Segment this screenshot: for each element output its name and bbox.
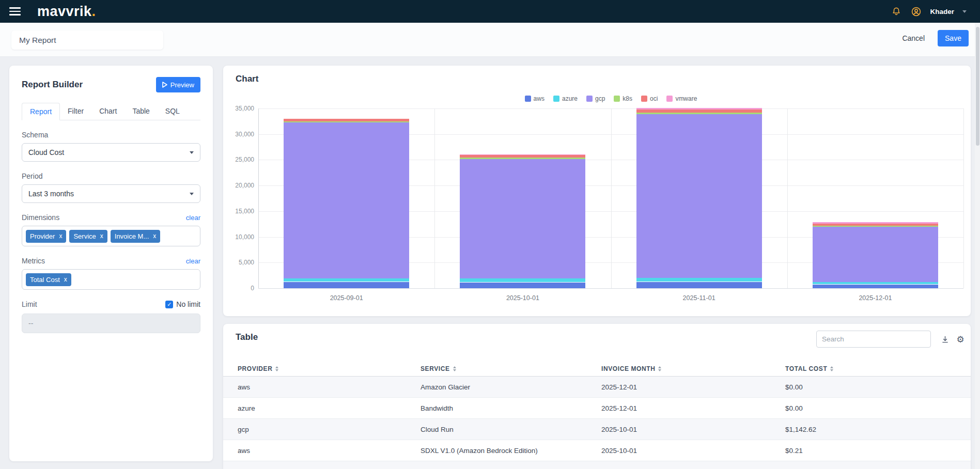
legend-item-gcp[interactable]: gcp	[586, 95, 605, 102]
metric-chip[interactable]: Total Costx	[26, 273, 71, 286]
column-header-provider[interactable]: PROVIDER	[238, 365, 421, 372]
table-row[interactable]: awsSDXL V1.0 (Amazon Bedrock Edition)202…	[223, 440, 971, 461]
cell-provider: aws	[238, 383, 421, 391]
bar-segment-gcp[interactable]	[460, 159, 585, 278]
bar-segment-aws[interactable]	[460, 283, 585, 288]
legend-swatch-vmware	[666, 96, 673, 102]
sort-icon[interactable]	[658, 366, 661, 371]
page-scrollbar[interactable]	[975, 23, 980, 469]
legend-item-aws[interactable]: aws	[525, 95, 545, 102]
legend-label: vmware	[675, 95, 697, 102]
tab-sql[interactable]: SQL	[158, 103, 188, 120]
hamburger-menu-icon[interactable]	[9, 7, 21, 15]
cell-provider: azure	[238, 404, 421, 412]
table-header-row: PROVIDERSERVICEINVOICE MONTHTOTAL COST	[223, 362, 971, 377]
dimension-chip-remove-icon[interactable]: x	[59, 232, 62, 240]
user-avatar-icon[interactable]	[910, 6, 922, 17]
dimension-chip-label: Provider	[30, 232, 55, 240]
gridline	[258, 288, 963, 289]
bar-segment-gcp[interactable]	[813, 227, 938, 282]
cell-invoice-month: 2025-12-01	[601, 383, 785, 391]
table-row[interactable]: gcpCloud Run2025-10-01$1,142.62	[223, 419, 971, 440]
sort-icon[interactable]	[830, 366, 833, 371]
bar-segment-azure[interactable]	[460, 278, 585, 282]
chevron-down-icon	[190, 151, 194, 154]
dimension-chip-remove-icon[interactable]: x	[100, 232, 103, 240]
tab-report[interactable]: Report	[22, 103, 60, 120]
column-header-service[interactable]: SERVICE	[421, 365, 601, 372]
sort-icon[interactable]	[453, 366, 456, 371]
y-axis-tick: 20,000	[225, 182, 254, 189]
preview-button[interactable]: Preview	[156, 77, 200, 92]
y-axis-tick: 25,000	[225, 156, 254, 163]
user-menu-caret-icon[interactable]	[962, 10, 967, 13]
cell-service: Amazon Glacier	[421, 383, 601, 391]
dimensions-clear-link[interactable]: clear	[186, 214, 200, 222]
stacked-bar-2025-12-01[interactable]	[813, 222, 938, 288]
app-logo: mavvrik.	[37, 4, 96, 20]
report-builder-title: Report Builder	[22, 80, 83, 90]
legend-item-vmware[interactable]: vmware	[666, 95, 697, 102]
scrollbar-thumb[interactable]	[976, 27, 979, 146]
bar-segment-azure[interactable]	[284, 278, 409, 282]
notifications-bell-icon[interactable]	[891, 6, 902, 17]
stacked-bar-2025-09-01[interactable]	[284, 118, 409, 288]
metric-chip-remove-icon[interactable]: x	[64, 276, 67, 283]
cell-total-cost: $0.00	[785, 404, 952, 412]
tab-table[interactable]: Table	[125, 103, 157, 120]
column-header-invoice-month[interactable]: INVOICE MONTH	[601, 365, 785, 372]
download-icon[interactable]	[939, 334, 951, 345]
legend-item-oci[interactable]: oci	[641, 95, 658, 102]
table-row-partial[interactable]	[223, 461, 971, 469]
bar-segment-gcp[interactable]	[284, 122, 409, 278]
chart-card: Chart awsazuregcpk8socivmware 35,00030,0…	[223, 66, 971, 316]
column-header-label: INVOICE MONTH	[601, 365, 655, 372]
sort-icon[interactable]	[275, 366, 278, 371]
report-name-input[interactable]: My Report	[11, 30, 163, 50]
report-builder-panel: Report Builder Preview ReportFilterChart…	[9, 66, 213, 461]
metrics-multiselect[interactable]: Total Costx	[22, 269, 200, 290]
metrics-clear-link[interactable]: clear	[186, 257, 200, 265]
x-axis-label: 2025-09-01	[316, 294, 378, 302]
x-axis-label: 2025-11-01	[668, 294, 730, 302]
schema-label: Schema	[22, 131, 48, 139]
y-axis-tick: 0	[225, 285, 254, 292]
tab-filter[interactable]: Filter	[60, 103, 91, 120]
dimension-chip[interactable]: Servicex	[69, 230, 107, 243]
bar-segment-azure[interactable]	[636, 278, 762, 282]
cell-total-cost: $0.00	[785, 383, 952, 391]
column-header-label: PROVIDER	[238, 365, 272, 372]
column-header-total-cost[interactable]: TOTAL COST	[785, 365, 952, 372]
bar-segment-gcp[interactable]	[636, 114, 762, 278]
table-row[interactable]: awsAmazon Glacier2025-12-01$0.00	[223, 377, 971, 398]
tab-chart[interactable]: Chart	[91, 103, 125, 120]
stacked-bar-2025-10-01[interactable]	[460, 154, 585, 288]
legend-item-k8s[interactable]: k8s	[614, 95, 632, 102]
dimension-chip[interactable]: Providerx	[26, 230, 66, 243]
table-card: Table ⚙ PROVIDERSERVICEINVOICE MONTHTOTA…	[223, 324, 971, 469]
legend-item-azure[interactable]: azure	[553, 95, 578, 102]
limit-label: Limit	[22, 300, 37, 308]
dimensions-label: Dimensions	[22, 213, 59, 222]
save-button[interactable]: Save	[938, 30, 969, 46]
dimension-chip-remove-icon[interactable]: x	[153, 232, 156, 240]
category-boundary-line	[611, 108, 612, 288]
checkbox-checked-icon[interactable]: ✓	[165, 301, 173, 308]
cancel-button[interactable]: Cancel	[902, 34, 925, 42]
bar-segment-azure[interactable]	[813, 282, 938, 285]
limit-input[interactable]: --	[22, 314, 200, 333]
stacked-bar-2025-11-01[interactable]	[636, 107, 762, 288]
dimension-chip[interactable]: Invoice M...x	[111, 230, 160, 243]
dimensions-multiselect[interactable]: ProviderxServicexInvoice M...x	[22, 226, 200, 246]
bar-segment-aws[interactable]	[636, 282, 762, 288]
column-header-label: TOTAL COST	[785, 365, 827, 372]
bar-segment-aws[interactable]	[813, 285, 938, 288]
no-limit-checkbox[interactable]: ✓ No limit	[165, 300, 200, 308]
bar-segment-aws[interactable]	[284, 282, 409, 288]
table-search-input[interactable]	[816, 331, 931, 348]
chart-legend: awsazuregcpk8socivmware	[258, 95, 963, 102]
schema-select[interactable]: Cloud Cost	[22, 143, 200, 162]
period-select[interactable]: Last 3 months	[22, 184, 200, 203]
table-row[interactable]: azureBandwidth2025-12-01$0.00	[223, 398, 971, 419]
settings-gear-icon[interactable]: ⚙	[955, 334, 966, 345]
